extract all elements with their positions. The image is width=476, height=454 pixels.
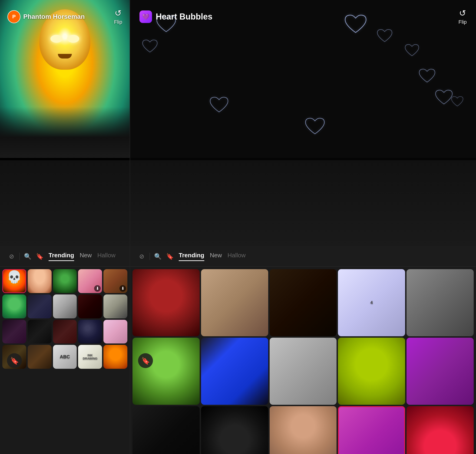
grid-item-zombie[interactable] — [28, 345, 52, 369]
tab-new-left[interactable]: New — [80, 252, 92, 261]
effect-name-row: 💜 Heart Bubbles — [140, 10, 212, 23]
grid-item-hearts-effect[interactable] — [338, 406, 405, 454]
mask-eye-right — [67, 35, 79, 43]
grid-item-spider[interactable] — [270, 269, 337, 336]
grid-item-lashes[interactable] — [103, 320, 127, 344]
grid-item-steps4[interactable]: 4 — [338, 269, 405, 336]
left-panel: P Phantom Horseman ↺ Flip 🔖 ⊘ 🔍 🔖 Trendi… — [0, 0, 130, 454]
grid-item-red-star[interactable] — [133, 269, 200, 336]
grid-item-pickleball[interactable] — [338, 338, 405, 405]
grid-item-tattoo[interactable] — [201, 269, 268, 336]
saved-button-right[interactable]: 🔖 — [164, 250, 176, 262]
heart-bubble-5 — [404, 43, 420, 58]
left-header: P Phantom Horseman ↺ Flip — [0, 8, 130, 25]
effect-title: Heart Bubbles — [156, 12, 212, 22]
abc-text-visual: ABC — [53, 345, 77, 369]
tab-new-right[interactable]: New — [210, 252, 222, 261]
grid-item-black-ball[interactable] — [78, 320, 102, 344]
grid-item-myers[interactable] — [103, 295, 127, 318]
right-tray: ⊘ 🔍 🔖 Trending New Hallow 4 — [130, 160, 476, 454]
grid-item-shrek[interactable] — [133, 338, 200, 405]
grid-item-ghost[interactable] — [2, 295, 26, 318]
tab-trending-right[interactable]: Trending — [179, 252, 204, 261]
profile-row: P Phantom Horseman — [8, 10, 85, 23]
tray-top-left — [0, 160, 130, 246]
grid-item-goth-woman[interactable] — [2, 320, 26, 344]
flip-label-right: Flip — [459, 19, 467, 25]
flip-label: Flip — [114, 19, 122, 25]
flip-button[interactable]: ↺ Flip — [114, 8, 122, 25]
grid-item-roblox[interactable] — [270, 338, 337, 405]
grid-item-clown-purple[interactable] — [406, 338, 474, 405]
bookmark-button-left[interactable]: 🔖 — [7, 353, 22, 368]
grid-item-house-neon[interactable] — [201, 338, 268, 405]
filter-bar-right: ⊘ 🔍 🔖 Trending New Hallow — [130, 246, 476, 267]
grid-item-ink-drawing[interactable]: INKDRAWING — [78, 345, 102, 369]
steps4-text: 4 — [338, 269, 405, 336]
tab-hallow-right[interactable]: Hallow — [227, 252, 246, 261]
search-button-right[interactable]: 🔍 — [152, 250, 164, 262]
right-panel: 💜 Heart Bubbles ↺ Flip 🔖 ⊘ 🔍 🔖 Trending … — [130, 0, 476, 454]
tab-trending-left[interactable]: Trending — [49, 252, 74, 261]
grid-item-ghostface[interactable] — [133, 406, 200, 454]
flip-button-right[interactable]: ↺ Flip — [459, 8, 467, 25]
divider-left — [20, 253, 20, 260]
bookmark-icon-right: 🔖 — [141, 357, 150, 365]
grid-item-skull-fire[interactable]: 💀 — [2, 269, 26, 293]
grid-item-dark-eye[interactable] — [201, 406, 268, 454]
tray-top-right — [130, 160, 476, 246]
heart-bubble-2 — [142, 38, 158, 55]
effect-icon: 💜 — [140, 10, 152, 23]
bookmark-button-right[interactable]: 🔖 — [138, 353, 153, 368]
grid-item-goblin[interactable] — [53, 269, 77, 293]
filter-tabs-right: Trending New Hallow — [179, 252, 246, 261]
flip-icon-right: ↺ — [459, 8, 466, 18]
heart-bubble-10 — [304, 116, 325, 137]
grid-item-silhouette[interactable] — [28, 320, 52, 344]
grid-item-face-woman[interactable] — [28, 269, 52, 293]
grid-item-red-lips[interactable] — [406, 406, 474, 454]
no-filter-button-right[interactable]: ⊘ — [136, 250, 148, 262]
grid-item-cube[interactable]: ⬇ — [103, 269, 127, 293]
skull-fire-visual: 💀 — [3, 270, 26, 284]
effects-grid-right: 4 🩷 taptap — [130, 267, 476, 454]
profile-name: Phantom Horseman — [23, 13, 85, 20]
no-filter-button[interactable]: ⊘ — [6, 250, 18, 262]
divider-right — [150, 253, 150, 260]
heart-bubble-9 — [209, 95, 229, 115]
avatar: P — [8, 10, 20, 23]
mask-mouth — [58, 54, 72, 59]
grid-item-gray-mask[interactable] — [406, 269, 474, 336]
grid-item-blood-face[interactable] — [78, 295, 102, 318]
grid-item-clown[interactable] — [53, 320, 77, 344]
filter-tabs-left: Trending New Hallow — [49, 252, 116, 261]
filter-bar-left: ⊘ 🔍 🔖 Trending New Hallow — [0, 246, 130, 267]
ink-text-visual: INKDRAWING — [78, 345, 102, 369]
grid-item-portrait[interactable] — [270, 406, 337, 454]
grid-item-orange[interactable] — [103, 345, 127, 369]
right-header: 💜 Heart Bubbles ↺ Flip — [130, 8, 476, 25]
download-badge: ⬇ — [94, 285, 101, 292]
flip-icon: ↺ — [115, 8, 122, 18]
tab-hallow-left[interactable]: Hallow — [97, 252, 116, 261]
camera-bg-fade — [0, 107, 130, 158]
search-button-left[interactable]: 🔍 — [22, 250, 34, 262]
grid-item-white-mask[interactable] — [53, 295, 77, 318]
grid-item-pink-face[interactable]: ⬇ — [78, 269, 102, 293]
heart-bubble-6 — [418, 67, 436, 85]
heart-bubble-8 — [451, 95, 464, 108]
bookmark-icon-left: 🔖 — [10, 357, 19, 365]
heart-bubble-4 — [376, 28, 393, 44]
grid-item-shadow-person[interactable] — [28, 295, 52, 318]
heart-bubble-7 — [435, 88, 453, 107]
mask-eye-left — [50, 35, 62, 43]
saved-button-left[interactable]: 🔖 — [34, 250, 46, 262]
grid-item-abc[interactable]: ABC — [53, 345, 77, 369]
download-badge-2: ⬇ — [119, 285, 126, 292]
left-tray: ⊘ 🔍 🔖 Trending New Hallow 💀 ⬇ ⬇ — [0, 160, 130, 454]
